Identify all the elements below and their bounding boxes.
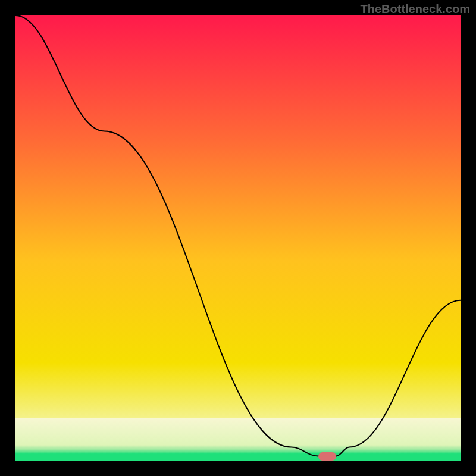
chart-background-gradient <box>15 15 461 461</box>
watermark-text: TheBottleneck.com <box>361 2 470 16</box>
chart-plot-area <box>15 15 461 461</box>
chart-svg <box>15 15 461 461</box>
chart-marker <box>318 452 336 461</box>
